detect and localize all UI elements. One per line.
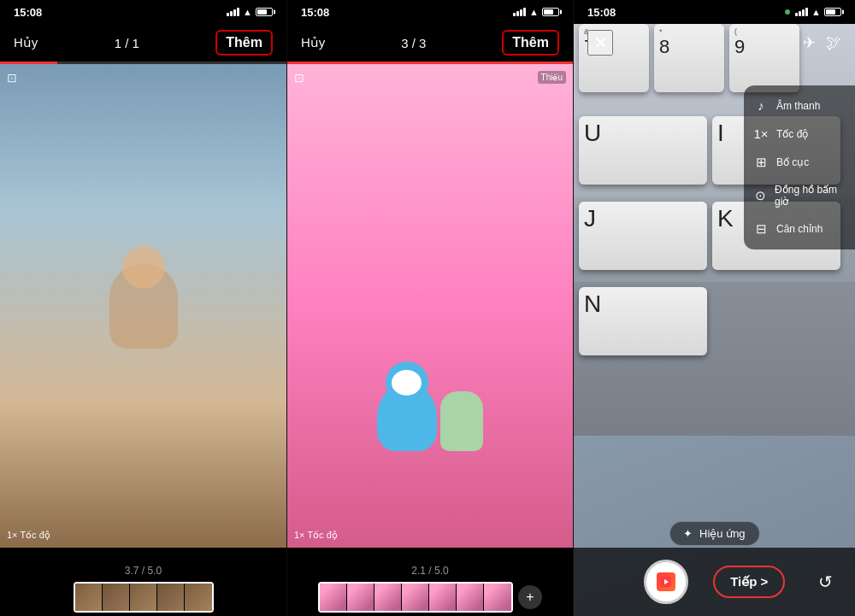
record-button[interactable]	[644, 560, 688, 604]
option-align-label: Căn chỉnh	[776, 223, 823, 235]
panel-1: 15:08 ▲ Hủy 1 / 1 Thêm	[0, 0, 286, 616]
panel-3: 15:08 ▲ & 7	[573, 0, 855, 616]
filmstrip-cell	[157, 584, 185, 613]
wifi-2: ▲	[529, 7, 539, 17]
top-nav-1: Hủy 1 / 1 Thêm	[0, 24, 286, 62]
key-n[interactable]: N	[579, 287, 707, 355]
filmstrip-row-2: +	[311, 582, 549, 613]
time-label-1: 3.7 / 5.0	[125, 565, 162, 577]
count-label-2: 3 / 3	[401, 36, 426, 50]
close-button[interactable]: ✕	[587, 30, 613, 56]
add-clip-button[interactable]: +	[518, 585, 542, 609]
cancel-button-2[interactable]: Hủy	[301, 35, 325, 50]
corner-icon-2: ⊡	[294, 71, 304, 85]
filmstrip-cell	[457, 584, 484, 613]
filmstrip-cell	[429, 584, 457, 613]
record-icon	[657, 572, 675, 591]
add-button-1[interactable]: Thêm	[215, 30, 273, 56]
signal-1	[227, 8, 239, 16]
status-bar-3: 15:08 ▲	[574, 0, 855, 24]
option-sound[interactable]: ♪ Âm thanh	[744, 92, 855, 119]
filmstrip-cell	[130, 584, 157, 613]
align-icon: ⊟	[752, 221, 770, 237]
sound-icon: ♪	[752, 98, 770, 113]
option-layout-label: Bố cục	[776, 156, 809, 168]
option-timer[interactable]: ⊙ Đồng hồ bấm giờ	[744, 178, 855, 214]
filmstrip-cell	[103, 584, 130, 613]
bottom-bar-panel3: Tiếp > ↺	[574, 548, 855, 616]
wifi-1: ▲	[243, 7, 252, 17]
filmstrip-cell	[320, 584, 347, 613]
option-layout[interactable]: ⊞ Bố cục	[744, 149, 855, 176]
filmstrip-cell	[185, 584, 212, 613]
tiep-button[interactable]: Tiếp >	[713, 566, 785, 598]
wifi-3: ▲	[811, 7, 821, 17]
count-label-1: 1 / 1	[115, 36, 139, 50]
time-1: 15:08	[14, 6, 42, 19]
status-bar-1: 15:08 ▲	[0, 0, 286, 24]
filmstrip-cell	[347, 584, 374, 613]
timer-icon: ⊙	[752, 188, 768, 203]
refresh-button[interactable]: ↺	[811, 566, 841, 597]
battery-2	[542, 8, 559, 16]
speed-badge-2: 1× Tốc độ	[294, 530, 338, 541]
timeline-1: 3.7 / 5.0	[0, 548, 286, 616]
status-icons-2: ▲	[513, 7, 559, 17]
hieu-ung-button[interactable]: ✦ Hiệu ứng	[669, 521, 759, 546]
option-align[interactable]: ⊟ Căn chỉnh	[744, 215, 855, 243]
panel3-nav: ✕ ✈ 🕊	[574, 24, 855, 62]
filmstrip-cell	[402, 584, 429, 613]
option-speed[interactable]: 1× Tốc độ	[744, 120, 855, 147]
key-j[interactable]: J	[579, 202, 707, 270]
time-3: 15:08	[587, 6, 616, 19]
corner-icon-1: ⊡	[7, 71, 17, 85]
filmstrip-cell	[484, 584, 511, 613]
key-u[interactable]: U	[579, 116, 707, 185]
filmstrip-2[interactable]	[318, 582, 513, 613]
speed-icon: 1×	[752, 126, 770, 141]
sparkle-icon: ✦	[683, 527, 693, 540]
filmstrip-row-1	[67, 582, 221, 613]
options-panel: ♪ Âm thanh 1× Tốc độ ⊞ Bố cục ⊙ Đồng hồ …	[744, 85, 855, 249]
video-scene-1: ⊡ 1× Tốc độ	[0, 64, 286, 548]
battery-1	[256, 8, 273, 16]
status-bar-2: 15:08 ▲	[287, 0, 573, 24]
top-nav-2: Hủy 3 / 3 Thêm	[287, 24, 573, 62]
filmstrip-cell	[75, 584, 103, 613]
time-2: 15:08	[301, 6, 329, 19]
speed-badge-1: 1× Tốc độ	[7, 530, 50, 541]
battery-3	[824, 8, 841, 16]
option-timer-label: Đồng hồ bấm giờ	[775, 184, 846, 208]
cancel-button-1[interactable]: Hủy	[14, 35, 38, 50]
video-scene-2: Thiếu ⊡ 1× Tốc độ	[287, 64, 573, 548]
video-area-1: ⊡ 1× Tốc độ	[0, 64, 286, 548]
status-icons-1: ▲	[227, 7, 273, 17]
layout-icon: ⊞	[752, 155, 770, 170]
option-speed-label: Tốc độ	[776, 128, 808, 140]
flash-icon-2[interactable]: 🕊	[826, 34, 841, 52]
filmstrip-1[interactable]	[74, 582, 214, 613]
add-button-2[interactable]: Thêm	[502, 30, 559, 56]
flash-controls: ✈ 🕊	[803, 33, 841, 52]
panel-2: 15:08 ▲ Hủy 3 / 3 Thêm	[286, 0, 573, 616]
video-overlay-2: Thiếu	[538, 71, 566, 84]
keyboard-background: & 7 * 8 ( 9 U I	[574, 0, 855, 616]
time-label-2: 2.1 / 5.0	[411, 565, 448, 577]
signal-3	[795, 8, 808, 16]
signal-2	[513, 8, 526, 16]
video-area-2: Thiếu ⊡ 1× Tốc độ	[287, 64, 573, 548]
flash-icon-1[interactable]: ✈	[803, 33, 816, 52]
option-sound-label: Âm thanh	[776, 100, 820, 112]
status-icons-3: ▲	[785, 7, 841, 17]
timeline-2: 2.1 / 5.0 +	[287, 548, 573, 616]
filmstrip-cell	[374, 584, 402, 613]
